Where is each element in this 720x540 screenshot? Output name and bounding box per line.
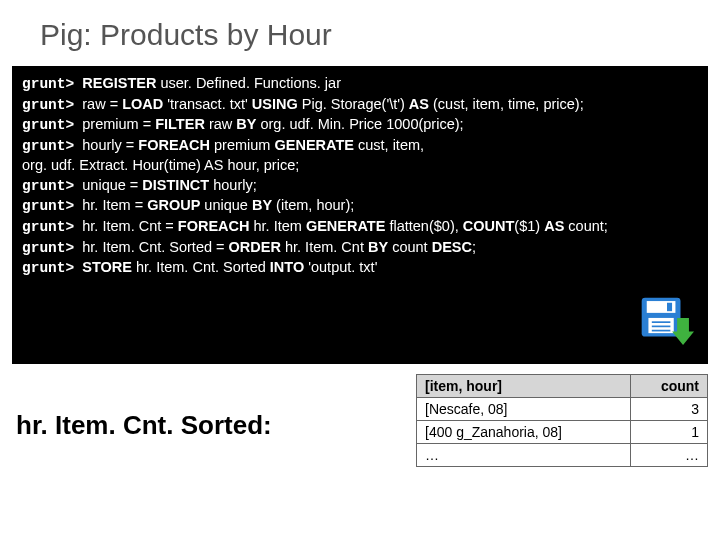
prompt: grunt> [22, 138, 74, 154]
prompt: grunt> [22, 76, 74, 92]
cell-count: … [631, 444, 708, 467]
code-line: grunt> hr. Item. Cnt = FOREACH hr. Item … [22, 217, 698, 238]
code-line: grunt> premium = FILTER raw BY org. udf.… [22, 115, 698, 136]
code-line: grunt> raw = LOAD 'transact. txt' USING … [22, 95, 698, 116]
prompt: grunt> [22, 260, 74, 276]
code-line: grunt> REGISTER user. Defined. Functions… [22, 74, 698, 95]
col-header-count: count [631, 375, 708, 398]
prompt: grunt> [22, 178, 74, 194]
table-row: [400 g_Zanahoria, 08] 1 [417, 421, 708, 444]
prompt: grunt> [22, 198, 74, 214]
table-row: … … [417, 444, 708, 467]
cell-item: [Nescafe, 08] [417, 398, 631, 421]
prompt: grunt> [22, 219, 74, 235]
cell-item: [400 g_Zanahoria, 08] [417, 421, 631, 444]
svg-rect-5 [652, 326, 671, 328]
prompt: grunt> [22, 117, 74, 133]
code-line: grunt> unique = DISTINCT hourly; [22, 176, 698, 197]
prompt: grunt> [22, 240, 74, 256]
table-header-row: [item, hour] count [417, 375, 708, 398]
result-variable-label: hr. Item. Cnt. Sorted: [12, 374, 416, 441]
output-table: [item, hour] count [Nescafe, 08] 3 [400 … [416, 374, 708, 467]
code-line: grunt> hr. Item = GROUP unique BY (item,… [22, 196, 698, 217]
code-block: grunt> REGISTER user. Defined. Functions… [12, 66, 708, 364]
col-header-item: [item, hour] [417, 375, 631, 398]
table-row: [Nescafe, 08] 3 [417, 398, 708, 421]
code-line-cont: org. udf. Extract. Hour(time) AS hour, p… [22, 156, 698, 176]
cell-count: 3 [631, 398, 708, 421]
code-line: grunt> STORE hr. Item. Cnt. Sorted INTO … [22, 258, 698, 279]
code-line: grunt> hourly = FOREACH premium GENERATE… [22, 136, 698, 157]
svg-rect-2 [667, 303, 672, 311]
prompt: grunt> [22, 97, 74, 113]
svg-rect-6 [652, 330, 671, 332]
save-download-icon [640, 296, 694, 350]
slide-title: Pig: Products by Hour [0, 0, 720, 66]
cell-count: 1 [631, 421, 708, 444]
code-line: grunt> hr. Item. Cnt. Sorted = ORDER hr.… [22, 238, 698, 259]
svg-rect-4 [652, 321, 671, 323]
cell-item: … [417, 444, 631, 467]
